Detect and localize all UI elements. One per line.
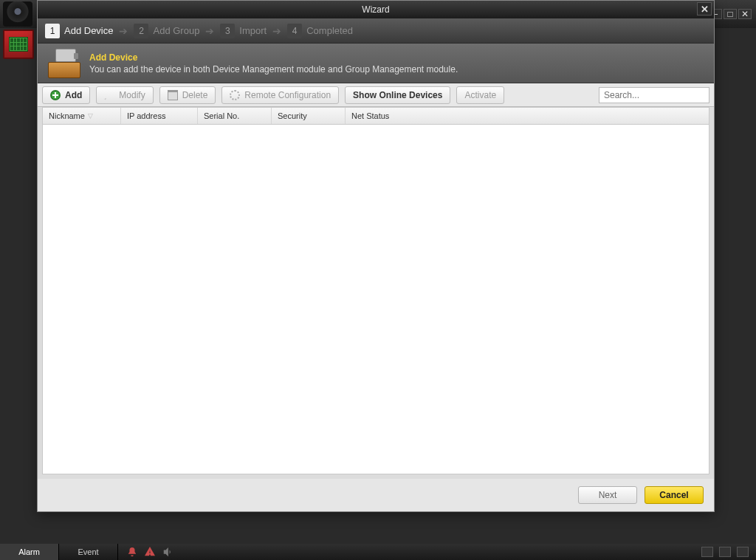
device-box-icon xyxy=(48,49,80,78)
step-4-number: 4 xyxy=(287,24,302,38)
sidebar-tile-monitor[interactable] xyxy=(3,30,34,59)
alert-icon[interactable] xyxy=(145,547,155,557)
dialog-footer: Next Cancel xyxy=(38,479,714,511)
arrow-icon: ➔ xyxy=(272,25,281,37)
activate-button[interactable]: Activate xyxy=(456,86,504,104)
activate-label: Activate xyxy=(464,90,496,100)
speaker-icon[interactable] xyxy=(162,547,173,557)
grid-header: Nickname ▽ IP address Serial No. Securit… xyxy=(42,107,709,125)
pencil-icon xyxy=(104,90,114,100)
sort-icon: ▽ xyxy=(88,112,93,120)
status-button-1[interactable] xyxy=(701,547,713,557)
step-2-label: Add Group xyxy=(153,25,199,36)
step-1-number: 1 xyxy=(45,24,60,38)
plus-icon xyxy=(50,90,61,100)
info-banner: Add Device You can add the device in bot… xyxy=(38,44,714,83)
step-4-label: Completed xyxy=(306,25,353,36)
statusbar-tab-event[interactable]: Event xyxy=(59,544,118,560)
show-online-devices-button[interactable]: Show Online Devices xyxy=(345,86,450,104)
gear-icon xyxy=(230,90,240,100)
grid-body xyxy=(42,125,709,474)
modify-button-label: Modify xyxy=(119,90,145,100)
remote-config-label: Remote Configuration xyxy=(244,90,331,100)
cancel-button[interactable]: Cancel xyxy=(645,486,704,504)
wizard-dialog: Wizard ✕ 1 Add Device ➔ 2 Add Group ➔ 3 … xyxy=(37,0,715,512)
next-button[interactable]: Next xyxy=(578,486,637,504)
col-ip-address[interactable]: IP address xyxy=(121,108,198,124)
dialog-titlebar: Wizard ✕ xyxy=(38,1,714,18)
app-logo-icon xyxy=(3,1,32,27)
add-button-label: Add xyxy=(65,90,82,100)
statusbar: Alarm Event xyxy=(0,544,756,560)
banner-heading: Add Device xyxy=(89,52,458,63)
dialog-close-button[interactable]: ✕ xyxy=(697,2,712,15)
bell-icon[interactable] xyxy=(127,547,137,557)
status-button-2[interactable] xyxy=(719,547,731,557)
delete-button-label: Delete xyxy=(182,90,208,100)
wizard-steps: 1 Add Device ➔ 2 Add Group ➔ 3 Import ➔ … xyxy=(38,18,714,44)
col-security[interactable]: Security xyxy=(272,108,346,124)
modify-button[interactable]: Modify xyxy=(96,86,153,104)
col-serial-no[interactable]: Serial No. xyxy=(198,108,272,124)
col-nickname[interactable]: Nickname ▽ xyxy=(43,108,121,124)
dialog-title: Wizard xyxy=(362,4,389,15)
arrow-icon: ➔ xyxy=(205,25,214,37)
statusbar-tab-alarm[interactable]: Alarm xyxy=(0,544,59,560)
banner-description: You can add the device in both Device Ma… xyxy=(89,64,458,75)
search-input[interactable] xyxy=(599,87,709,103)
device-grid: Nickname ▽ IP address Serial No. Securit… xyxy=(38,107,714,479)
col-net-status[interactable]: Net Status xyxy=(346,108,709,124)
step-2-number: 2 xyxy=(134,24,148,38)
show-online-label: Show Online Devices xyxy=(353,90,442,100)
toolbar: Add Modify Delete Remote Configuration S… xyxy=(38,83,714,107)
arrow-icon: ➔ xyxy=(119,25,128,37)
trash-icon xyxy=(168,90,178,100)
step-3-number: 3 xyxy=(220,24,235,38)
remote-config-button[interactable]: Remote Configuration xyxy=(221,86,339,104)
step-3-label: Import xyxy=(239,25,267,36)
delete-button[interactable]: Delete xyxy=(159,86,216,104)
add-button[interactable]: Add xyxy=(42,86,90,104)
status-button-3[interactable] xyxy=(737,547,749,557)
step-1-label: Add Device xyxy=(64,25,113,36)
restore-button[interactable]: □ xyxy=(724,9,737,19)
close-button[interactable]: ✕ xyxy=(738,9,752,19)
